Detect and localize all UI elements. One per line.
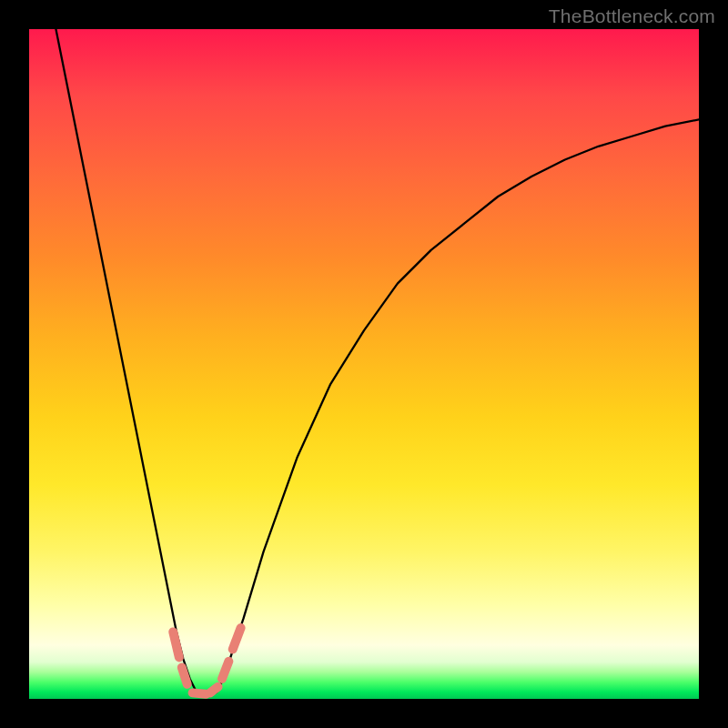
chart-svg xyxy=(29,29,699,699)
left-segment-2 xyxy=(182,667,187,683)
right-segment-2 xyxy=(233,628,241,650)
watermark-text: TheBottleneck.com xyxy=(549,5,715,27)
left-segment-1 xyxy=(173,632,179,657)
curve-line xyxy=(56,29,699,695)
bottom-segment-2 xyxy=(210,687,218,693)
bottom-segment-1 xyxy=(193,693,207,693)
chart-frame: TheBottleneck.com xyxy=(0,0,728,728)
curve-path xyxy=(56,29,699,695)
plot-area xyxy=(29,29,699,699)
right-segment-1 xyxy=(222,662,228,679)
